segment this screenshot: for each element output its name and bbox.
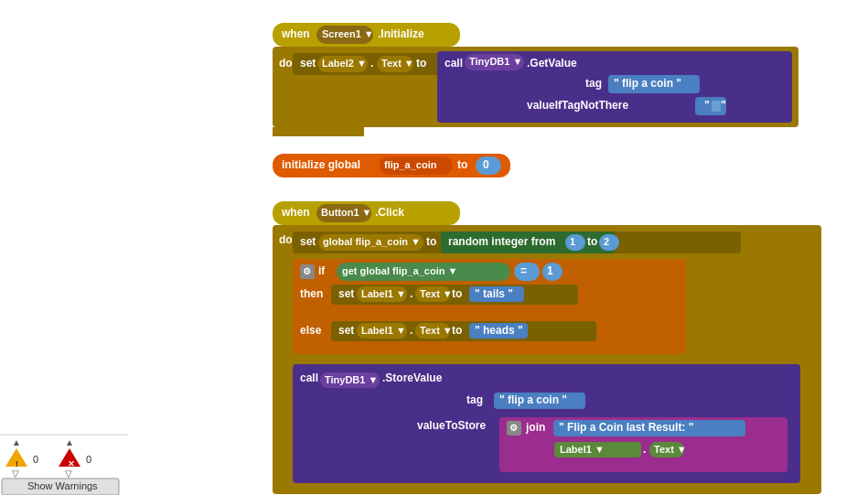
svg-text:to: to (452, 287, 462, 300)
svg-text:▽: ▽ (12, 468, 19, 479)
svg-text:to: to (416, 57, 426, 70)
svg-text:" flip a coin ": " flip a coin " (614, 77, 681, 90)
svg-text:tag: tag (466, 393, 483, 406)
svg-text:do: do (279, 57, 293, 70)
svg-text:to: to (587, 235, 597, 248)
svg-text:then: then (300, 287, 323, 300)
svg-text:1: 1 (547, 264, 553, 277)
svg-text:.: . (370, 57, 373, 70)
svg-text:set: set (338, 324, 354, 337)
svg-text:.GetValue: .GetValue (527, 57, 577, 70)
svg-text:do: do (279, 233, 293, 246)
svg-text:TinyDB1 ▼: TinyDB1 ▼ (325, 374, 378, 385)
svg-text:.StoreValue: .StoreValue (382, 371, 443, 384)
svg-text:Text ▼: Text ▼ (654, 444, 687, 455)
svg-text:Screen1 ▼: Screen1 ▼ (322, 28, 374, 39)
svg-text:Button1 ▼: Button1 ▼ (321, 207, 372, 218)
svg-text:tag: tag (585, 77, 602, 90)
svg-text:global flip_a_coin ▼: global flip_a_coin ▼ (323, 236, 421, 247)
svg-text:join: join (525, 421, 545, 434)
svg-text:random integer from: random integer from (448, 235, 555, 248)
svg-text:2: 2 (604, 236, 609, 247)
svg-text:get  global flip_a_coin ▼: get global flip_a_coin ▼ (342, 265, 457, 276)
svg-text:Label2 ▼: Label2 ▼ (322, 58, 367, 69)
svg-text:when: when (281, 27, 310, 40)
svg-text:⚙: ⚙ (509, 423, 518, 433)
svg-text:valueIfTagNotThere: valueIfTagNotThere (527, 99, 628, 112)
svg-rect-28 (273, 127, 364, 136)
svg-text:TinyDB1 ▼: TinyDB1 ▼ (469, 56, 522, 67)
svg-text:set: set (300, 235, 316, 248)
svg-text:▽: ▽ (65, 468, 72, 479)
svg-text:.: . (643, 443, 646, 456)
svg-text:to: to (426, 235, 436, 248)
svg-text:" Flip a Coin last Result: ": " Flip a Coin last Result: " (559, 421, 693, 434)
svg-text:if: if (318, 264, 326, 277)
svg-text:Label1 ▼: Label1 ▼ (361, 288, 406, 299)
svg-text:=: = (520, 264, 527, 277)
svg-text:1: 1 (570, 236, 575, 247)
svg-text:▲: ▲ (65, 437, 74, 447)
svg-text:set: set (300, 57, 316, 70)
svg-text:set: set (338, 287, 354, 300)
svg-text:" flip a coin ": " flip a coin " (499, 393, 567, 406)
svg-text:to: to (457, 158, 467, 171)
svg-rect-26 (712, 101, 721, 112)
svg-text:0: 0 (483, 158, 489, 171)
svg-text:initialize global: initialize global (282, 158, 360, 171)
svg-text:▲: ▲ (12, 437, 21, 447)
svg-text:else: else (300, 324, 322, 337)
show-warnings-btn[interactable]: Show Warnings (27, 480, 98, 491)
err-count: 0 (86, 454, 91, 465)
warn-count: 0 (33, 454, 38, 465)
svg-text:.Initialize: .Initialize (378, 27, 424, 40)
svg-text:to: to (452, 324, 462, 337)
svg-text:call: call (445, 57, 463, 70)
svg-text:flip_a_coin: flip_a_coin (384, 159, 437, 170)
svg-text:": " (704, 99, 710, 112)
svg-text:⚙: ⚙ (303, 266, 311, 276)
svg-text:.Click: .Click (375, 206, 404, 219)
svg-text:Label1 ▼: Label1 ▼ (361, 325, 406, 336)
svg-text:valueToStore: valueToStore (417, 419, 486, 432)
svg-text:.: . (410, 324, 413, 337)
svg-text:" heads ": " heads " (475, 324, 523, 337)
svg-text:": " (721, 99, 726, 112)
svg-text:Text ▼: Text ▼ (420, 288, 453, 299)
svg-text:Text ▼: Text ▼ (381, 58, 414, 69)
svg-text:when: when (281, 206, 310, 219)
svg-text:Label1 ▼: Label1 ▼ (560, 444, 605, 455)
svg-text:call: call (300, 371, 318, 384)
svg-text:" tails ": " tails " (475, 287, 513, 300)
svg-text:.: . (410, 287, 413, 300)
svg-text:Text ▼: Text ▼ (420, 325, 453, 336)
